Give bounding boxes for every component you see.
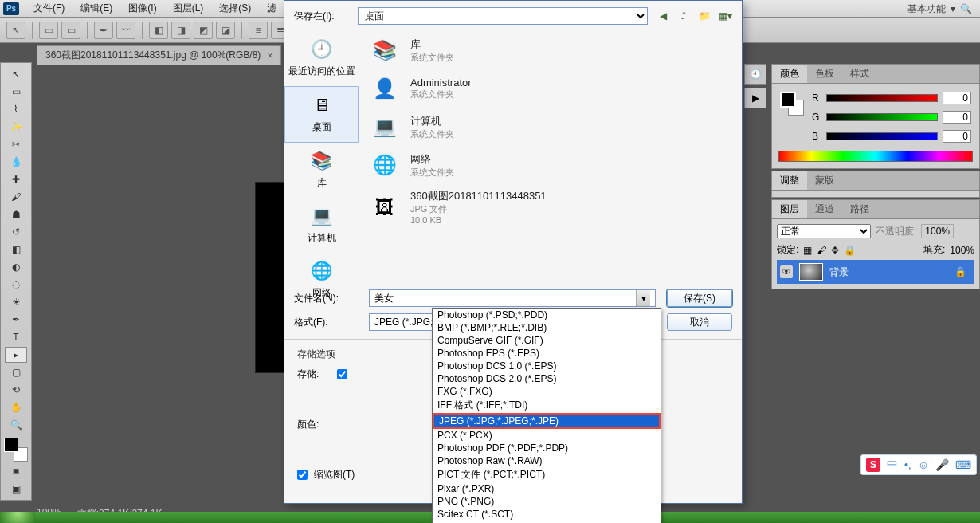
save-in-select[interactable]: 桌面	[358, 7, 648, 25]
screenmode-tool[interactable]: ▣	[5, 481, 27, 497]
menu-layer[interactable]: 图层(L)	[165, 0, 212, 17]
fill-value[interactable]: 100%	[950, 245, 974, 256]
list-item[interactable]: 💻计算机系统文件夹	[359, 108, 742, 146]
tab-adjustments[interactable]: 调整	[772, 171, 807, 190]
lock-all-icon[interactable]: 🔒	[844, 245, 856, 256]
format-option[interactable]: Pixar (*.PXR)	[433, 482, 661, 495]
ime-lang[interactable]: 中	[887, 458, 898, 472]
ime-keyboard-icon[interactable]: ⌨	[955, 458, 971, 471]
g-slider[interactable]	[826, 113, 938, 121]
b-slider[interactable]	[826, 132, 938, 140]
list-item[interactable]: 👤Administrator系统文件夹	[359, 69, 742, 108]
nav-back-icon[interactable]: ◀	[656, 10, 670, 22]
search-icon[interactable]: 🔍	[960, 3, 972, 14]
history-brush-tool[interactable]: ↺	[5, 224, 27, 240]
format-option[interactable]: Photoshop EPS (*.EPS)	[433, 347, 661, 360]
place-libraries[interactable]: 📚库	[284, 143, 359, 198]
crop-tool[interactable]: ✂	[5, 136, 27, 152]
format-option[interactable]: IFF 格式 (*.IFF;*.TDI)	[433, 398, 661, 413]
menu-edit[interactable]: 编辑(E)	[73, 0, 120, 17]
dodge-tool[interactable]: ☀	[5, 294, 27, 310]
ime-mic-icon[interactable]: 🎤	[935, 458, 949, 471]
format-option[interactable]: Photoshop DCS 2.0 (*.EPS)	[433, 372, 661, 385]
format-option[interactable]: CompuServe GIF (*.GIF)	[433, 334, 661, 347]
workspace-switcher[interactable]: 基本功能▾ 🔍	[907, 0, 972, 18]
wand-tool[interactable]: ✨	[5, 119, 27, 135]
tab-styles[interactable]: 样式	[842, 65, 877, 83]
file-list[interactable]: 📚库系统文件夹 👤Administrator系统文件夹 💻计算机系统文件夹 🌐网…	[359, 31, 742, 285]
place-desktop[interactable]: 🖥桌面	[284, 86, 359, 143]
visibility-icon[interactable]: 👁	[780, 265, 793, 278]
list-item[interactable]: 🖼360截图20181101113448351JPG 文件10.0 KB	[359, 184, 742, 230]
format-option[interactable]: PCX (*.PCX)	[433, 429, 661, 442]
lasso-tool[interactable]: ⌇	[5, 101, 27, 117]
eyedropper-tool[interactable]: 💧	[5, 154, 27, 170]
bbox-icon[interactable]: ▭	[39, 22, 58, 39]
tab-layers[interactable]: 图层	[772, 200, 807, 218]
eraser-tool[interactable]: ◧	[5, 242, 27, 258]
nav-up-icon[interactable]: ⤴	[676, 10, 691, 22]
lock-pos-icon[interactable]: ✥	[831, 245, 839, 256]
tab-paths[interactable]: 路径	[842, 200, 877, 218]
place-recent[interactable]: 🕘最近访问的位置	[284, 31, 359, 86]
nav-viewmenu-icon[interactable]: ▦▾	[718, 10, 732, 22]
hand-tool[interactable]: ✋	[5, 399, 27, 415]
format-option[interactable]: Photoshop DCS 1.0 (*.EPS)	[433, 360, 661, 372]
opacity-value[interactable]: 100%	[921, 224, 954, 238]
tab-color[interactable]: 颜色	[772, 65, 807, 83]
format-option[interactable]: Photoshop (*.PSD;*.PDD)	[433, 309, 661, 321]
zoom-tool[interactable]: 🔍	[5, 417, 27, 433]
layer-thumbnail[interactable]	[799, 263, 823, 281]
curve-icon[interactable]: 〰	[116, 22, 135, 39]
ime-bar[interactable]: S 中 •, ☺ 🎤 ⌨	[860, 454, 977, 475]
shape-tool[interactable]: ▢	[5, 364, 27, 380]
list-item[interactable]: 🌐网络系统文件夹	[359, 146, 742, 184]
format-option[interactable]: PICT 文件 (*.PCT;*.PICT)	[433, 467, 661, 482]
path-select-tool[interactable]: ▸	[5, 347, 27, 363]
filename-input[interactable]: 美女▾	[369, 289, 656, 307]
stamp-tool[interactable]: ☗	[5, 206, 27, 222]
document-tab[interactable]: 360截图20181101113448351.jpg @ 100%(RGB/8)…	[37, 45, 281, 65]
align1-icon[interactable]: ≡	[249, 22, 268, 39]
format-option[interactable]: Photoshop Raw (*.RAW)	[433, 454, 661, 467]
menu-file[interactable]: 文件(F)	[25, 0, 73, 17]
blur-tool[interactable]: ◌	[5, 277, 27, 293]
lock-paint-icon[interactable]: 🖌	[817, 245, 826, 256]
quickmask-tool[interactable]: ◙	[5, 463, 27, 479]
type-tool[interactable]: T	[5, 329, 27, 345]
ime-emoji-icon[interactable]: ☺	[918, 458, 929, 471]
3d-tool[interactable]: ⟲	[5, 382, 27, 398]
cancel-button[interactable]: 取消	[667, 313, 732, 331]
combine1-icon[interactable]: ◧	[149, 22, 168, 39]
gradient-tool[interactable]: ◐	[5, 259, 27, 275]
heal-tool[interactable]: ✚	[5, 171, 27, 187]
b-input[interactable]	[943, 130, 971, 143]
menu-image[interactable]: 图像(I)	[120, 0, 164, 17]
history-panel-icon[interactable]: 🕘	[744, 64, 766, 85]
bbox2-icon[interactable]: ▭	[61, 22, 80, 39]
marquee-tool[interactable]: ▭	[5, 84, 27, 100]
hue-bar[interactable]	[778, 151, 973, 162]
tool-preset-icon[interactable]: ↖	[6, 22, 25, 39]
format-option[interactable]: BMP (*.BMP;*.RLE;*.DIB)	[433, 321, 661, 334]
format-option[interactable]: PNG (*.PNG)	[433, 495, 661, 508]
layer-row[interactable]: 👁 背景 🔒	[777, 260, 974, 284]
anchor-icon[interactable]: ✒	[94, 22, 113, 39]
pen-tool[interactable]: ✒	[5, 312, 27, 328]
nav-newfolder-icon[interactable]: 📁	[697, 10, 711, 22]
thumbnail-checkbox[interactable]	[297, 470, 308, 480]
brush-tool[interactable]: 🖌	[5, 189, 27, 205]
close-tab-icon[interactable]: ×	[267, 50, 272, 61]
place-computer[interactable]: 💻计算机	[284, 198, 359, 253]
r-input[interactable]	[943, 92, 971, 104]
menu-filter[interactable]: 滤	[259, 0, 284, 17]
format-option[interactable]: JPEG (*.JPG;*.JPEG;*.JPE)	[433, 413, 661, 429]
format-dropdown-list[interactable]: Photoshop (*.PSD;*.PDD)BMP (*.BMP;*.RLE;…	[432, 308, 661, 523]
lock-trans-icon[interactable]: ▦	[803, 245, 812, 256]
list-item[interactable]: 📚库系统文件夹	[359, 31, 742, 69]
color-swatches[interactable]	[4, 438, 28, 462]
ime-punct-icon[interactable]: •,	[904, 458, 911, 471]
combine2-icon[interactable]: ◨	[171, 22, 190, 39]
fg-color[interactable]	[4, 438, 18, 452]
tab-swatches[interactable]: 色板	[807, 65, 842, 83]
